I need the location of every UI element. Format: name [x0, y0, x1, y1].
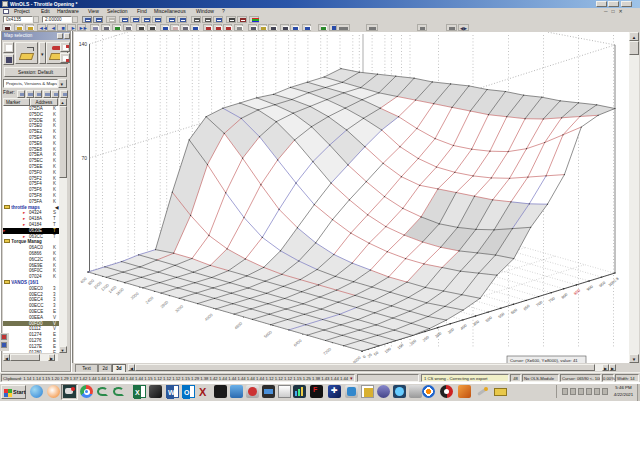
svg-text:140: 140	[79, 41, 88, 47]
svg-text:2800: 2800	[159, 299, 170, 309]
svg-text:950: 950	[598, 280, 607, 289]
svg-text:900: 900	[585, 283, 594, 292]
svg-text:70: 70	[81, 155, 87, 161]
svg-text:4800: 4800	[233, 320, 244, 330]
svg-text:300: 300	[434, 330, 443, 339]
svg-text:450: 450	[472, 318, 481, 327]
svg-text:400: 400	[459, 322, 468, 331]
svg-text:8000: 8000	[352, 355, 363, 363]
svg-text:500: 500	[484, 315, 493, 324]
svg-text:750: 750	[548, 295, 557, 304]
svg-text:600: 600	[510, 307, 519, 316]
svg-text:150: 150	[396, 342, 405, 351]
svg-text:800: 800	[560, 291, 569, 300]
svg-text:7200: 7200	[322, 346, 333, 356]
svg-text:5600: 5600	[263, 329, 274, 339]
svg-text:250: 250	[421, 334, 430, 343]
svg-text:850: 850	[573, 287, 582, 296]
svg-text:4000: 4000	[204, 312, 215, 322]
svg-text:1002.8: 1002.8	[607, 275, 620, 287]
svg-text:2400: 2400	[144, 295, 155, 305]
svg-text:550: 550	[497, 311, 506, 320]
svg-text:6400: 6400	[293, 337, 304, 347]
svg-text:350: 350	[447, 326, 456, 335]
svg-text:3200: 3200	[174, 303, 185, 313]
svg-text:700: 700	[535, 299, 544, 308]
svg-text:650: 650	[522, 303, 531, 312]
svg-text:100: 100	[384, 346, 393, 355]
svg-text:2000: 2000	[130, 290, 141, 300]
svg-text:50: 50	[373, 350, 380, 357]
